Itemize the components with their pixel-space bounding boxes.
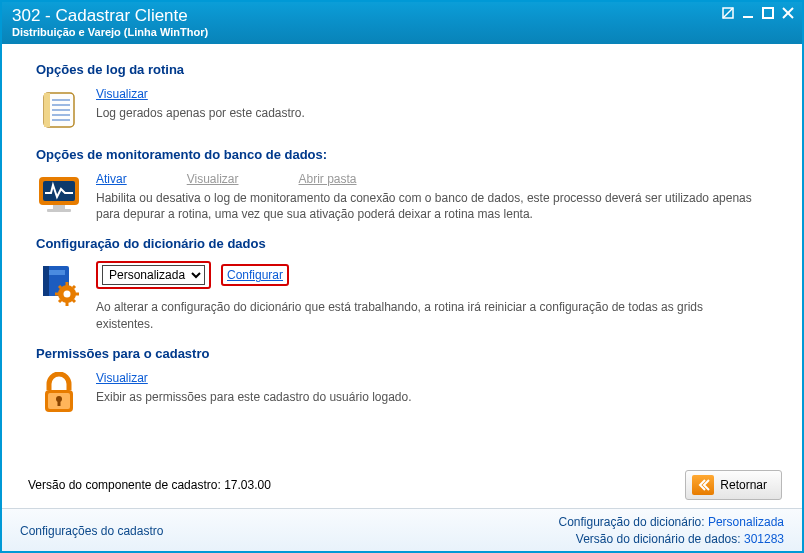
svg-line-29 xyxy=(59,300,61,302)
versao-componente-value: 17.03.00 xyxy=(224,478,271,492)
status-left: Configurações do cadastro xyxy=(20,524,163,538)
dicionario-desc: Ao alterar a configuração do dicionário … xyxy=(96,299,756,331)
permissoes-desc: Exibir as permissões para este cadastro … xyxy=(96,389,412,405)
permissoes-visualizar-link[interactable]: Visualizar xyxy=(96,371,148,385)
statusbar: Configurações do cadastro Configuração d… xyxy=(2,508,802,552)
versao-componente: Versão do componente de cadastro: 17.03.… xyxy=(28,478,271,492)
monitor-desc: Habilita ou desativa o log de monitorame… xyxy=(96,190,756,222)
svg-rect-19 xyxy=(49,270,65,275)
monitor-ativar-link[interactable]: Ativar xyxy=(96,172,127,186)
monitor-abrirpasta-link: Abrir pasta xyxy=(299,172,357,186)
maximize-icon[interactable] xyxy=(762,6,774,22)
notepad-icon xyxy=(36,87,82,133)
titlebar: 302 - Cadastrar Cliente Distribuição e V… xyxy=(2,2,802,44)
section-log-title: Opções de log da rotina xyxy=(36,62,778,77)
status-config-value: Personalizada xyxy=(708,515,784,529)
svg-point-21 xyxy=(64,291,71,298)
section-dicionario-title: Configuração do dicionário de dados xyxy=(36,236,778,251)
status-versao-value: 301283 xyxy=(744,532,784,546)
svg-line-26 xyxy=(59,286,61,288)
svg-rect-33 xyxy=(58,399,61,406)
restore-icon[interactable] xyxy=(722,6,734,22)
svg-rect-15 xyxy=(53,205,65,209)
chevron-left-icon xyxy=(692,475,714,495)
status-config-label: Configuração do dicionário: xyxy=(559,515,708,529)
content-area: Opções de log da rotina Visualizar Log g… xyxy=(2,44,802,508)
monitor-icon xyxy=(36,172,82,218)
close-icon[interactable] xyxy=(782,6,794,22)
retornar-label: Retornar xyxy=(720,478,767,492)
svg-line-27 xyxy=(73,300,75,302)
log-desc: Log gerados apenas por este cadastro. xyxy=(96,105,305,121)
monitor-visualizar-link: Visualizar xyxy=(187,172,239,186)
section-monitor: Opções de monitoramento do banco de dado… xyxy=(36,147,778,222)
section-log: Opções de log da rotina Visualizar Log g… xyxy=(36,62,778,133)
dicionario-select[interactable]: Personalizada xyxy=(102,265,205,285)
svg-rect-18 xyxy=(43,266,49,296)
dicionario-select-highlight: Personalizada xyxy=(96,261,211,289)
configurar-highlight: Configurar xyxy=(221,264,289,286)
retornar-button[interactable]: Retornar xyxy=(685,470,782,500)
svg-line-1 xyxy=(723,8,733,18)
bottom-bar: Versão do componente de cadastro: 17.03.… xyxy=(2,464,802,508)
section-monitor-title: Opções de monitoramento do banco de dado… xyxy=(36,147,778,162)
svg-rect-3 xyxy=(763,8,773,18)
minimize-icon[interactable] xyxy=(742,6,754,22)
log-visualizar-link[interactable]: Visualizar xyxy=(96,87,148,101)
status-versao-label: Versão do dicionário de dados: xyxy=(576,532,744,546)
window-title: 302 - Cadastrar Cliente xyxy=(12,6,792,26)
svg-rect-16 xyxy=(47,209,71,212)
section-permissoes-title: Permissões para o cadastro xyxy=(36,346,778,361)
versao-componente-label: Versão do componente de cadastro: xyxy=(28,478,224,492)
section-permissoes: Permissões para o cadastro Visualizar Ex… xyxy=(36,346,778,417)
window-subtitle: Distribuição e Varejo (Linha WinThor) xyxy=(12,26,792,38)
svg-line-28 xyxy=(73,286,75,288)
book-gear-icon xyxy=(36,261,82,307)
section-dicionario: Configuração do dicionário de dados xyxy=(36,236,778,331)
lock-icon xyxy=(36,371,82,417)
configurar-link[interactable]: Configurar xyxy=(227,268,283,282)
status-right: Configuração do dicionário: Personalizad… xyxy=(559,514,785,548)
svg-rect-7 xyxy=(44,93,50,127)
